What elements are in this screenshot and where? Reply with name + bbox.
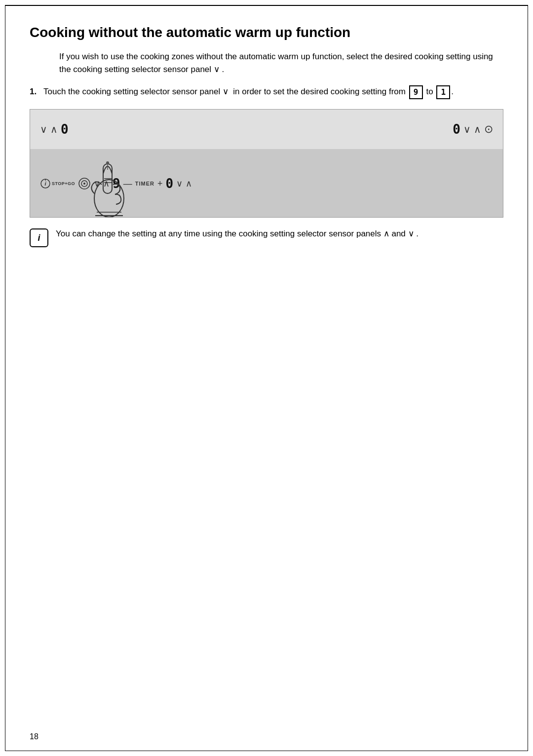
plus-symbol: + — [157, 179, 163, 189]
power-icon: i — [40, 178, 51, 189]
stop-go-label: STOP+GO — [52, 181, 75, 186]
step-1-text: 1. Touch the cooking setting selector se… — [30, 85, 503, 99]
svg-text:i: i — [44, 181, 46, 187]
chevron-down-2: ∨ — [463, 123, 471, 135]
circle-lines-icon: ⊙ — [484, 123, 493, 136]
to-value-box: 1 — [436, 85, 450, 99]
chevron-down-1: ∨ — [40, 123, 47, 135]
chevron-down-bottom-2: ∨ — [176, 178, 183, 189]
panel-top-row: ∨ ∧ 0 0 ∨ ∧ ⊙ — [30, 110, 503, 149]
digit-0-top1: 0 — [61, 122, 69, 137]
info-icon-box: i — [30, 228, 48, 247]
digit-0-bottom: 0 — [166, 176, 174, 191]
panel-illustration: ∨ ∧ 0 0 ∨ ∧ ⊙ i STOP+GO — [30, 109, 503, 218]
step-number: 1. — [30, 85, 39, 99]
info-section: i You can change the setting at any time… — [30, 227, 503, 247]
chevron-up-bottom-2: ∧ — [186, 178, 192, 189]
step-1-section: 1. Touch the cooking setting selector se… — [30, 85, 503, 99]
page-content: Cooking without the automatic warm up fu… — [30, 15, 503, 247]
hand-illustration — [79, 149, 144, 218]
page-number: 18 — [30, 732, 38, 741]
info-letter: i — [38, 233, 40, 243]
info-text-paragraph: You can change the setting at any time u… — [56, 227, 419, 240]
page-title: Cooking without the automatic warm up fu… — [30, 25, 503, 40]
power-stop-go-group: i STOP+GO — [40, 178, 75, 189]
step-1-content: Touch the cooking setting selector senso… — [43, 85, 503, 99]
chevron-up-1: ∧ — [50, 123, 58, 135]
svg-point-12 — [106, 161, 109, 164]
from-value-box: 9 — [409, 85, 423, 99]
intro-paragraph: If you wish to use the cooking zones wit… — [59, 50, 503, 76]
chevron-up-2: ∧ — [474, 123, 481, 135]
digit-0-top2: 0 — [453, 122, 460, 137]
